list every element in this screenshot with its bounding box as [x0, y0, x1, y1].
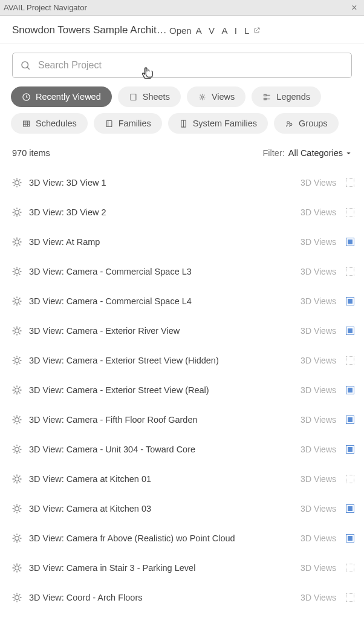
view-icon [11, 443, 23, 455]
view-icon [11, 592, 23, 604]
list-item[interactable]: 3D View: Camera - Fifth Floor Roof Garde… [11, 405, 354, 434]
item-category: 3D Views [301, 207, 336, 217]
view-icon [11, 384, 23, 396]
status-indicator[interactable] [346, 593, 354, 602]
view-icon [11, 325, 23, 337]
svg-rect-9 [24, 121, 30, 126]
list-item[interactable]: 3D View: Coord - Arch Floors3D Views [11, 582, 354, 612]
list-item[interactable]: 3D View: Camera - Unit 304 - Toward Core… [11, 434, 354, 464]
open-label: Open [169, 25, 192, 36]
list-item[interactable]: 3D View: Camera in Stair 3 - Parking Lev… [11, 553, 354, 582]
chip-schedules[interactable]: Schedules [11, 113, 88, 134]
svg-point-33 [15, 595, 19, 599]
chip-views[interactable]: Views [187, 86, 245, 107]
titlebar: AVAIL Project Navigator × [0, 0, 364, 16]
status-indicator[interactable] [346, 445, 354, 454]
list-item[interactable]: 3D View: Camera - Exterior River View3D … [11, 316, 354, 345]
chip-recently-viewed[interactable]: Recently Viewed [11, 86, 112, 107]
svg-point-30 [15, 506, 19, 510]
list-item[interactable]: 3D View: 3D View 23D Views [11, 197, 354, 227]
list-item[interactable]: 3D View: Camera at Kitchen 033D Views [11, 494, 354, 523]
chip-families[interactable]: Families [94, 113, 162, 134]
list-item[interactable]: 3D View: Camera - Exterior Street View (… [11, 345, 354, 375]
item-category: 3D Views [301, 178, 336, 187]
filter-value-text: All Categories [288, 148, 343, 158]
status-indicator[interactable] [346, 356, 354, 365]
results-list: 3D View: 3D View 13D Views3D View: 3D Vi… [0, 163, 364, 612]
status-indicator[interactable] [346, 534, 354, 543]
item-name: 3D View: Coord - Arch Floors [29, 593, 294, 602]
item-name: 3D View: Camera - Fifth Floor Roof Garde… [29, 415, 294, 425]
view-icon [11, 562, 23, 574]
item-name: 3D View: Camera - Unit 304 - Toward Core [29, 445, 294, 454]
search-box[interactable] [12, 53, 352, 78]
close-icon[interactable]: × [348, 2, 360, 13]
item-category: 3D Views [301, 593, 336, 602]
status-indicator[interactable] [346, 416, 354, 424]
header: Snowdon Towers Sample Architectu… Open A… [0, 16, 364, 44]
chip-label: Legends [276, 92, 310, 102]
item-category: 3D Views [301, 563, 336, 573]
view-icon [11, 206, 23, 218]
view-icon [11, 236, 23, 248]
view-icon [11, 532, 23, 544]
filter-dropdown[interactable]: All Categories [288, 148, 352, 158]
external-link-icon [253, 27, 261, 34]
svg-point-17 [287, 121, 290, 123]
item-name: 3D View: Camera - Exterior River View [29, 326, 294, 336]
chip-legends[interactable]: Legends [252, 86, 321, 107]
status-indicator[interactable] [346, 327, 354, 335]
window-title: AVAIL Project Navigator [4, 3, 348, 12]
item-name: 3D View: Camera in Stair 3 - Parking Lev… [29, 563, 294, 573]
list-item[interactable]: 3D View: 3D View 13D Views [11, 168, 354, 197]
status-indicator[interactable] [346, 267, 354, 276]
item-name: 3D View: 3D View 1 [29, 178, 294, 187]
project-name[interactable]: Snowdon Towers Sample Architectu… [12, 24, 169, 36]
list-item[interactable]: 3D View: Camera at Kitchen 013D Views [11, 464, 354, 494]
item-name: 3D View: Camera - Exterior Street View (… [29, 385, 294, 395]
item-name: 3D View: Camera - Commercial Space L4 [29, 296, 294, 306]
item-name: 3D View: At Ramp [29, 237, 294, 247]
list-item[interactable]: 3D View: At Ramp3D Views [11, 227, 354, 256]
item-category: 3D Views [301, 385, 336, 395]
list-item[interactable]: 3D View: Camera fr Above (Realistic) wo … [11, 523, 354, 553]
svg-point-22 [15, 269, 19, 273]
status-indicator[interactable] [346, 386, 354, 394]
list-item[interactable]: 3D View: Camera - Commercial Space L43D … [11, 286, 354, 316]
chip-sheets[interactable]: Sheets [118, 86, 181, 107]
search-input[interactable] [38, 60, 344, 71]
chip-label: Groups [299, 119, 328, 128]
chip-label: Families [119, 119, 151, 128]
item-category: 3D Views [301, 296, 336, 306]
search-icon [20, 60, 31, 71]
svg-point-0 [22, 62, 28, 68]
list-item[interactable]: 3D View: Camera - Exterior Street View (… [11, 375, 354, 405]
chip-label: System Families [193, 119, 257, 128]
status-indicator[interactable] [346, 208, 354, 217]
status-indicator[interactable] [346, 297, 354, 305]
view-icon [11, 473, 23, 485]
svg-rect-14 [106, 120, 112, 126]
open-avail-link[interactable]: Open A V A I L [169, 25, 261, 36]
status-indicator[interactable] [346, 564, 354, 572]
item-category: 3D Views [301, 415, 336, 425]
item-category: 3D Views [301, 474, 336, 484]
list-item[interactable]: 3D View: Camera - Commercial Space L33D … [11, 256, 354, 286]
chip-label: Views [212, 92, 235, 102]
chip-system-families[interactable]: System Families [168, 113, 268, 134]
view-icon [11, 295, 23, 307]
svg-point-28 [15, 447, 19, 451]
chip-groups[interactable]: Groups [274, 113, 339, 134]
status-indicator[interactable] [346, 504, 354, 513]
svg-rect-7 [264, 98, 267, 100]
status-indicator[interactable] [346, 178, 354, 187]
item-name: 3D View: Camera - Exterior Street View (… [29, 356, 294, 365]
status-indicator[interactable] [346, 475, 354, 483]
svg-point-24 [15, 328, 19, 333]
svg-point-29 [15, 477, 19, 481]
item-category: 3D Views [301, 326, 336, 336]
item-category: 3D Views [301, 533, 336, 543]
svg-rect-3 [131, 94, 136, 100]
svg-point-32 [15, 565, 19, 570]
status-indicator[interactable] [346, 238, 354, 246]
